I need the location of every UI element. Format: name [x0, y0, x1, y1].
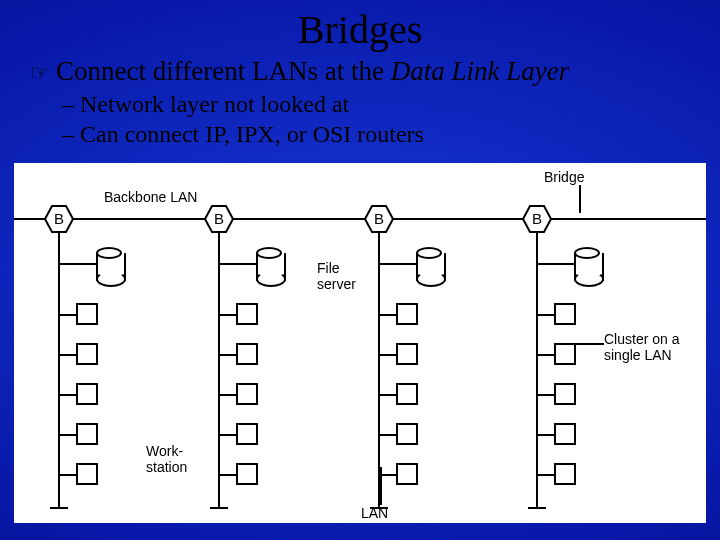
- workstation-box: [554, 303, 576, 325]
- workstation-box: [76, 463, 98, 485]
- bus-terminator: [210, 507, 228, 509]
- workstation-box: [76, 303, 98, 325]
- bridge-hexagon: B: [44, 205, 74, 233]
- vertical-bus-line: [218, 233, 220, 508]
- bullet-main: ☞Connect different LANs at the Data Link…: [30, 55, 700, 89]
- bus-terminator: [528, 507, 546, 509]
- bus-terminator: [370, 507, 388, 509]
- label-backbone-lan: Backbone LAN: [104, 189, 197, 205]
- bus-to-disk-tick: [58, 263, 84, 265]
- file-server-cylinder: [574, 247, 600, 287]
- file-server-cylinder: [416, 247, 442, 287]
- bridge-letter: B: [374, 210, 384, 227]
- main-text-plain: Connect different LANs at the: [56, 56, 391, 86]
- workstation-box: [396, 423, 418, 445]
- bus-to-disk-tick: [218, 263, 244, 265]
- workstation-box: [396, 463, 418, 485]
- body-text: ☞Connect different LANs at the Data Link…: [0, 53, 720, 155]
- workstation-column: [396, 303, 418, 503]
- workstation-box: [236, 463, 258, 485]
- workstation-box: [554, 423, 576, 445]
- point-icon: ☞: [30, 59, 50, 87]
- bridge-hexagon: B: [364, 205, 394, 233]
- workstation-box: [76, 423, 98, 445]
- workstation-box: [236, 423, 258, 445]
- workstation-column: [554, 303, 576, 503]
- workstation-column: [236, 303, 258, 503]
- file-server-cylinder: [96, 247, 122, 287]
- workstation-box: [396, 303, 418, 325]
- bridge-leader-line: [579, 185, 581, 213]
- workstation-box: [236, 303, 258, 325]
- bridge-letter: B: [532, 210, 542, 227]
- vertical-bus-line: [536, 233, 538, 508]
- disk-connector: [404, 263, 416, 265]
- workstation-box: [396, 383, 418, 405]
- main-text-italic: Data Link Layer: [391, 56, 570, 86]
- label-workstation: Work- station: [146, 443, 187, 475]
- backbone-line: [14, 218, 706, 220]
- workstation-box: [554, 383, 576, 405]
- sub-bullet-2: – Can connect IP, IPX, or OSI routers: [30, 119, 700, 149]
- vertical-bus-line: [58, 233, 60, 508]
- bridge-hexagon: B: [204, 205, 234, 233]
- label-cluster: Cluster on a single LAN: [604, 331, 704, 363]
- bridge-letter: B: [54, 210, 64, 227]
- bus-terminator: [50, 507, 68, 509]
- workstation-column: [76, 303, 98, 503]
- label-file-server: File server: [317, 260, 356, 292]
- workstation-box: [396, 343, 418, 365]
- bus-to-disk-tick: [378, 263, 404, 265]
- workstation-box: [76, 383, 98, 405]
- workstation-box: [554, 343, 576, 365]
- workstation-box: [236, 383, 258, 405]
- lan-vertical-line: [380, 467, 382, 505]
- disk-connector: [84, 263, 96, 265]
- disk-connector: [562, 263, 574, 265]
- workstation-box: [236, 343, 258, 365]
- bridge-letter: B: [214, 210, 224, 227]
- bus-to-disk-tick: [536, 263, 562, 265]
- disk-connector: [244, 263, 256, 265]
- workstation-box: [554, 463, 576, 485]
- label-bridge: Bridge: [544, 169, 584, 185]
- sub-bullet-1: – Network layer not looked at: [30, 89, 700, 119]
- bridge-hexagon: B: [522, 205, 552, 233]
- vertical-bus-line: [378, 233, 380, 508]
- slide-title: Bridges: [0, 0, 720, 53]
- network-diagram: Backbone LAN Bridge File server Work- st…: [14, 163, 706, 523]
- file-server-cylinder: [256, 247, 282, 287]
- workstation-box: [76, 343, 98, 365]
